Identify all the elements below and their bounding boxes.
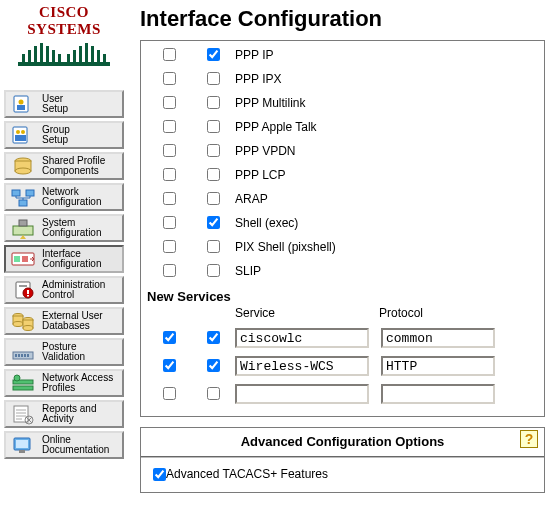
service-row: PIX Shell (pixshell) [147, 235, 538, 259]
protocol-name-input[interactable] [381, 356, 495, 376]
svg-rect-58 [19, 450, 25, 453]
svg-rect-13 [97, 50, 100, 62]
svg-point-16 [19, 100, 24, 105]
sidebar-item-4[interactable]: SystemConfiguration [4, 214, 124, 242]
sidebar-item-label: Shared ProfileComponents [42, 156, 118, 177]
new-service-col-b-checkbox[interactable] [207, 331, 220, 344]
service-col-a-checkbox[interactable] [163, 192, 176, 205]
service-col-b-checkbox[interactable] [207, 96, 220, 109]
svg-rect-0 [18, 62, 110, 66]
service-name-input[interactable] [235, 356, 369, 376]
service-col-a-checkbox[interactable] [163, 96, 176, 109]
brand-text: CISCO SYSTEMS [4, 4, 124, 38]
service-col-a-checkbox[interactable] [163, 264, 176, 277]
sidebar-item-10[interactable]: Reports andActivity [4, 400, 124, 428]
advanced-option-row: Advanced TACACS+ Features [147, 464, 538, 484]
service-col-b-checkbox[interactable] [207, 168, 220, 181]
service-row: PPP IP [147, 43, 538, 67]
sidebar-item-label: AdministrationControl [42, 280, 118, 301]
sidebar-item-label: External UserDatabases [42, 311, 118, 332]
column-header-protocol: Protocol [379, 306, 489, 320]
svg-rect-2 [28, 50, 31, 62]
new-services-title: New Services [147, 289, 538, 304]
service-label: PIX Shell (pixshell) [235, 240, 538, 254]
brand-bridge-icon [18, 40, 110, 66]
new-service-col-a-checkbox[interactable] [163, 331, 176, 344]
sidebar-item-6[interactable]: AdministrationControl [4, 276, 124, 304]
sidebar-icon-3 [10, 186, 36, 208]
svg-rect-29 [19, 220, 27, 226]
svg-rect-50 [27, 354, 29, 357]
sidebar-item-1[interactable]: GroupSetup [4, 121, 124, 149]
service-row: ARAP [147, 187, 538, 211]
new-service-row [147, 380, 538, 408]
protocol-name-input[interactable] [381, 384, 495, 404]
service-row: SLIP [147, 259, 538, 283]
sidebar-icon-4 [10, 217, 36, 239]
new-service-col-a-checkbox[interactable] [163, 359, 176, 372]
sidebar-item-8[interactable]: PostureValidation [4, 338, 124, 366]
sidebar-icon-6 [10, 279, 36, 301]
advanced-option-label: Advanced TACACS+ Features [166, 467, 328, 481]
service-col-a-checkbox[interactable] [163, 240, 176, 253]
svg-rect-46 [15, 354, 17, 357]
sidebar-icon-2 [10, 155, 36, 177]
service-row: PPP IPX [147, 67, 538, 91]
new-service-col-b-checkbox[interactable] [207, 359, 220, 372]
service-row: PPP Apple Talk [147, 115, 538, 139]
service-name-input[interactable] [235, 328, 369, 348]
svg-rect-3 [34, 46, 37, 62]
service-row: PPP LCP [147, 163, 538, 187]
service-col-a-checkbox[interactable] [163, 168, 176, 181]
svg-rect-49 [24, 354, 26, 357]
svg-rect-8 [67, 54, 70, 62]
svg-rect-5 [46, 46, 49, 62]
svg-rect-14 [103, 54, 106, 62]
svg-point-53 [14, 375, 20, 381]
service-col-a-checkbox[interactable] [163, 48, 176, 61]
protocol-name-input[interactable] [381, 328, 495, 348]
new-service-col-b-checkbox[interactable] [207, 387, 220, 400]
service-col-b-checkbox[interactable] [207, 120, 220, 133]
advanced-panel: Advanced Configuration Options ? Advance… [140, 427, 545, 493]
service-col-a-checkbox[interactable] [163, 72, 176, 85]
new-service-row [147, 352, 538, 380]
service-col-b-checkbox[interactable] [207, 48, 220, 61]
sidebar-icon-7 [10, 310, 36, 332]
svg-marker-30 [20, 235, 26, 239]
new-service-col-a-checkbox[interactable] [163, 387, 176, 400]
service-col-b-checkbox[interactable] [207, 216, 220, 229]
svg-point-41 [13, 322, 23, 327]
service-col-b-checkbox[interactable] [207, 72, 220, 85]
svg-point-20 [21, 130, 25, 134]
service-col-a-checkbox[interactable] [163, 120, 176, 133]
sidebar-icon-10 [10, 403, 36, 425]
sidebar-item-2[interactable]: Shared ProfileComponents [4, 152, 124, 180]
svg-rect-35 [19, 285, 27, 287]
service-col-b-checkbox[interactable] [207, 144, 220, 157]
service-name-input[interactable] [235, 384, 369, 404]
svg-rect-57 [16, 440, 28, 448]
svg-rect-26 [26, 190, 34, 196]
sidebar-icon-9 [10, 372, 36, 394]
service-col-b-checkbox[interactable] [207, 240, 220, 253]
sidebar-item-9[interactable]: Network AccessProfiles [4, 369, 124, 397]
sidebar-nav: UserSetupGroupSetupShared ProfileCompone… [4, 90, 124, 459]
svg-rect-11 [85, 43, 88, 62]
sidebar-item-label: Network AccessProfiles [42, 373, 118, 394]
sidebar-item-3[interactable]: NetworkConfiguration [4, 183, 124, 211]
service-col-b-checkbox[interactable] [207, 192, 220, 205]
sidebar-item-7[interactable]: External UserDatabases [4, 307, 124, 335]
svg-rect-4 [40, 43, 43, 62]
service-col-a-checkbox[interactable] [163, 216, 176, 229]
advanced-option-checkbox[interactable] [153, 468, 166, 481]
sidebar-item-11[interactable]: OnlineDocumentation [4, 431, 124, 459]
service-label: PPP IPX [235, 72, 538, 86]
service-col-a-checkbox[interactable] [163, 144, 176, 157]
sidebar-item-5[interactable]: InterfaceConfiguration [4, 245, 124, 273]
svg-rect-54 [14, 406, 28, 422]
service-col-b-checkbox[interactable] [207, 264, 220, 277]
service-label: PPP LCP [235, 168, 538, 182]
sidebar-item-0[interactable]: UserSetup [4, 90, 124, 118]
help-icon[interactable]: ? [520, 430, 538, 448]
